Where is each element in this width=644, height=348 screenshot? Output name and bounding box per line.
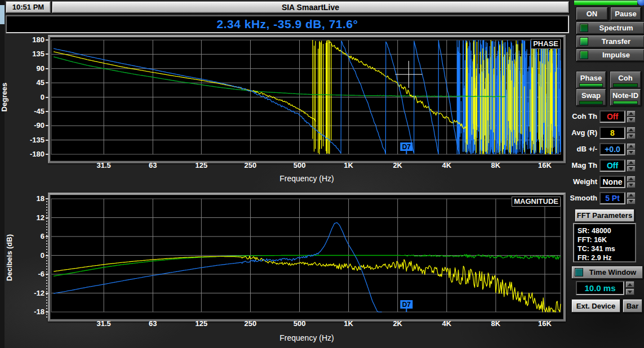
param-label-cohth: Coh Th	[566, 110, 597, 123]
y-tick-label: 18	[20, 194, 45, 203]
spin-dn[interactable]	[627, 133, 636, 139]
x-tick-label: 2K	[384, 319, 412, 328]
clock-text: 10:51 PM	[12, 3, 44, 11]
time-window-spin-up[interactable]	[625, 281, 634, 288]
magnitude-plot-panel[interactable]: D7 MAGNITUDE	[48, 193, 566, 322]
spin-up[interactable]	[627, 143, 636, 149]
ext-device-button[interactable]: Ext. Device	[571, 299, 620, 313]
mode-button-spectrum[interactable]: Spectrum	[576, 21, 644, 34]
spin-up[interactable]	[627, 159, 636, 166]
phase-y-axis-title: Degrees	[0, 83, 8, 111]
app-sphere-icon	[637, 0, 644, 6]
pause-button[interactable]: Pause	[610, 7, 641, 20]
y-tick-mark	[46, 154, 48, 155]
mode-button-label: Transfer	[588, 37, 644, 46]
y-tick-label: 6	[20, 232, 45, 240]
time-window-spin-down[interactable]	[625, 288, 634, 295]
x-tick-label: 500	[286, 161, 314, 169]
spin-up[interactable]	[627, 192, 636, 198]
spin-dn[interactable]	[627, 198, 636, 204]
param-label-weight: Weight	[566, 176, 597, 188]
svg-text:D7: D7	[402, 301, 411, 309]
y-tick-label: -18	[20, 307, 45, 316]
y-tick-mark	[46, 97, 48, 98]
param-value-db[interactable]: +0.0	[599, 143, 625, 155]
time-window-button[interactable]: Time Window	[571, 266, 643, 279]
toggle-button-label: Note-ID	[612, 91, 638, 100]
y-tick-mark	[46, 82, 48, 83]
toggle-button-label: Phase	[580, 74, 602, 82]
x-tick-label: 1K	[335, 319, 363, 328]
svg-text:D7: D7	[402, 143, 411, 151]
y-tick-mark	[46, 198, 48, 199]
toggle-button-phase[interactable]: Phase	[576, 71, 606, 88]
y-tick-mark	[46, 140, 48, 141]
spin-up[interactable]	[627, 110, 636, 117]
param-value-smooth[interactable]: 5 Pt	[599, 192, 625, 204]
spin-up[interactable]	[627, 176, 636, 182]
spin-dn[interactable]	[627, 182, 636, 188]
param-value-avgr[interactable]: 8	[599, 127, 625, 139]
x-tick-label: 250	[236, 161, 264, 169]
y-tick-mark	[46, 293, 48, 294]
toggle-button-label: Coh	[618, 74, 632, 82]
y-tick-label: -12	[20, 289, 45, 297]
x-tick-label: 63	[139, 161, 167, 169]
y-tick-label: -180	[20, 150, 45, 158]
x-tick-label: 2K	[384, 161, 412, 169]
x-tick-label: 1K	[335, 161, 363, 169]
y-tick-label: -90	[20, 121, 45, 130]
param-label-avgr: Avg (R)	[566, 127, 597, 139]
x-tick-label: 31.5	[90, 319, 118, 328]
on-button[interactable]: ON	[576, 7, 608, 20]
x-tick-label: 8K	[482, 319, 510, 328]
param-value-weight[interactable]: None	[599, 176, 625, 188]
spin-dn[interactable]	[627, 166, 636, 172]
spin-dn[interactable]	[627, 149, 636, 155]
param-value-magth[interactable]: Off	[599, 159, 625, 172]
x-tick-label: 63	[139, 319, 167, 328]
param-spinner-weight	[627, 176, 636, 188]
phase-plot-panel[interactable]: D7 PHASE	[48, 35, 566, 163]
fft-parameters-button[interactable]: FFT Parameters	[575, 209, 634, 222]
down-arrow-icon	[628, 291, 632, 293]
cursor-readout: 2.34 kHz, -35.9 dB, 71.6°	[6, 15, 569, 33]
y-tick-mark	[46, 111, 48, 112]
fft-info-line: TC: 341 ms	[578, 244, 635, 253]
y-tick-mark	[46, 236, 48, 237]
y-tick-mark	[46, 274, 48, 275]
y-tick-label: 0	[20, 251, 45, 260]
mode-button-impulse[interactable]: Impulse	[576, 48, 644, 61]
spin-up[interactable]	[627, 127, 636, 133]
magnitude-plot-canvas[interactable]: D7	[50, 195, 563, 315]
time-window-spinner	[625, 281, 634, 295]
toggle-button-noteid[interactable]: Note-ID	[610, 88, 641, 106]
time-window-value[interactable]: 10.0 ms	[576, 281, 624, 295]
y-tick-mark	[46, 255, 48, 256]
y-tick-label: 135	[20, 50, 45, 58]
mode-button-transfer[interactable]: Transfer	[576, 35, 644, 48]
y-tick-label: -135	[20, 136, 45, 144]
spin-dn[interactable]	[627, 117, 636, 123]
up-arrow-icon	[629, 145, 633, 148]
magnitude-minor-ticks	[46, 198, 47, 318]
param-spinner-avgr	[627, 127, 636, 139]
phase-indicator-icon	[579, 83, 603, 87]
toggle-button-swap[interactable]: Swap	[576, 88, 606, 106]
window-title-bar[interactable]: SIA SmaartLive	[52, 1, 569, 13]
down-arrow-icon	[629, 135, 633, 137]
time-window-value-text: 10.0 ms	[584, 283, 615, 293]
noteid-indicator-icon	[613, 101, 637, 105]
phase-plot-canvas[interactable]: D7	[50, 37, 563, 157]
toggle-button-coh[interactable]: Coh	[610, 71, 641, 88]
x-tick-label: 125	[187, 161, 215, 169]
coh-indicator-icon	[613, 83, 637, 87]
y-tick-mark	[46, 125, 48, 126]
bar-button[interactable]: Bar	[623, 299, 642, 313]
toggle-button-label: Swap	[581, 91, 601, 100]
y-tick-mark	[46, 39, 48, 41]
input-level-meter	[574, 0, 638, 6]
y-tick-label: -45	[20, 107, 45, 115]
param-value-cohth[interactable]: Off	[599, 110, 625, 123]
fft-info-box: SR: 48000FFT: 16KTC: 341 msFR: 2.9 Hz	[573, 223, 636, 262]
